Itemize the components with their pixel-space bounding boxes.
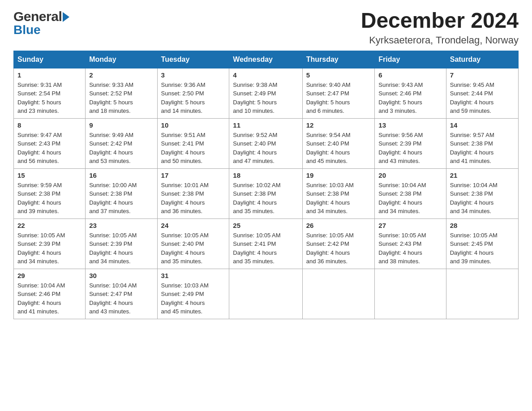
daylight-text2: and 14 minutes. xyxy=(161,107,203,114)
daylight-text2: and 39 minutes. xyxy=(450,258,492,265)
calendar-cell: 26 Sunrise: 10:05 AM Sunset: 2:42 PM Day… xyxy=(302,218,375,269)
sunset-text: Sunset: 2:43 PM xyxy=(17,140,60,147)
sunrise-text: Sunrise: 10:05 AM xyxy=(17,232,65,239)
main-title: December 2024 xyxy=(361,9,519,33)
day-info: Sunrise: 10:05 AM Sunset: 2:45 PM Daylig… xyxy=(450,231,515,266)
day-info: Sunrise: 9:33 AM Sunset: 2:52 PM Dayligh… xyxy=(89,81,153,116)
sunrise-text: Sunrise: 9:57 AM xyxy=(450,132,494,138)
day-info: Sunrise: 10:05 AM Sunset: 2:40 PM Daylig… xyxy=(161,231,226,266)
week-row-4: 22 Sunrise: 10:05 AM Sunset: 2:39 PM Day… xyxy=(14,218,519,269)
sunset-text: Sunset: 2:54 PM xyxy=(17,90,60,97)
day-info: Sunrise: 10:03 AM Sunset: 2:49 PM Daylig… xyxy=(161,281,226,316)
day-info: Sunrise: 9:47 AM Sunset: 2:43 PM Dayligh… xyxy=(17,131,82,166)
daylight-text2: and 36 minutes. xyxy=(161,208,203,214)
day-info: Sunrise: 9:52 AM Sunset: 2:40 PM Dayligh… xyxy=(233,131,298,166)
calendar-cell: 19 Sunrise: 10:03 AM Sunset: 2:38 PM Day… xyxy=(302,168,375,218)
daylight-text: Daylight: 4 hours xyxy=(450,249,494,256)
day-info: Sunrise: 10:04 AM Sunset: 2:38 PM Daylig… xyxy=(378,181,442,216)
sunrise-text: Sunrise: 10:05 AM xyxy=(378,232,426,239)
day-number: 30 xyxy=(89,272,153,279)
sunrise-text: Sunrise: 10:04 AM xyxy=(17,282,65,289)
daylight-text: Daylight: 4 hours xyxy=(17,300,61,306)
calendar-cell: 13 Sunrise: 9:56 AM Sunset: 2:39 PM Dayl… xyxy=(375,118,446,168)
sunrise-text: Sunrise: 9:54 AM xyxy=(306,132,351,138)
sunset-text: Sunset: 2:42 PM xyxy=(306,240,349,247)
daylight-text: Daylight: 4 hours xyxy=(17,149,61,156)
calendar-cell xyxy=(375,269,446,319)
daylight-text: Daylight: 5 hours xyxy=(89,99,133,106)
sunset-text: Sunset: 2:50 PM xyxy=(161,90,204,97)
daylight-text2: and 35 minutes. xyxy=(233,208,275,214)
sunset-text: Sunset: 2:43 PM xyxy=(378,240,421,247)
sunset-text: Sunset: 2:38 PM xyxy=(306,190,349,197)
col-friday: Friday xyxy=(375,51,446,68)
sunset-text: Sunset: 2:40 PM xyxy=(306,140,349,147)
sunrise-text: Sunrise: 10:01 AM xyxy=(161,182,209,188)
page-header: General Blue December 2024 Kyrksaeterora… xyxy=(13,9,519,46)
day-info: Sunrise: 10:05 AM Sunset: 2:43 PM Daylig… xyxy=(378,231,442,266)
day-info: Sunrise: 9:31 AM Sunset: 2:54 PM Dayligh… xyxy=(17,81,82,116)
day-info: Sunrise: 10:02 AM Sunset: 2:38 PM Daylig… xyxy=(233,181,298,216)
daylight-text: Daylight: 4 hours xyxy=(233,149,277,156)
col-saturday: Saturday xyxy=(446,51,518,68)
calendar-cell: 10 Sunrise: 9:51 AM Sunset: 2:41 PM Dayl… xyxy=(157,118,229,168)
col-sunday: Sunday xyxy=(14,51,86,68)
logo: General Blue xyxy=(13,9,69,37)
sunset-text: Sunset: 2:47 PM xyxy=(306,90,349,97)
sunset-text: Sunset: 2:40 PM xyxy=(233,140,276,147)
calendar-cell: 18 Sunrise: 10:02 AM Sunset: 2:38 PM Day… xyxy=(229,168,302,218)
calendar-cell: 15 Sunrise: 9:59 AM Sunset: 2:38 PM Dayl… xyxy=(14,168,86,218)
col-wednesday: Wednesday xyxy=(229,51,302,68)
calendar-cell: 12 Sunrise: 9:54 AM Sunset: 2:40 PM Dayl… xyxy=(302,118,375,168)
calendar-cell: 31 Sunrise: 10:03 AM Sunset: 2:49 PM Day… xyxy=(157,269,229,319)
day-info: Sunrise: 10:05 AM Sunset: 2:39 PM Daylig… xyxy=(89,231,153,266)
daylight-text2: and 18 minutes. xyxy=(89,107,131,114)
sunset-text: Sunset: 2:38 PM xyxy=(89,190,132,197)
day-number: 31 xyxy=(161,272,226,279)
sunset-text: Sunset: 2:45 PM xyxy=(450,240,493,247)
title-block: December 2024 Kyrksaeterora, Trondelag, … xyxy=(361,9,519,46)
daylight-text2: and 43 minutes. xyxy=(89,308,131,315)
sunset-text: Sunset: 2:49 PM xyxy=(233,90,276,97)
day-number: 23 xyxy=(89,222,153,229)
day-number: 29 xyxy=(17,272,82,279)
sunrise-text: Sunrise: 9:56 AM xyxy=(378,132,423,138)
daylight-text2: and 34 minutes. xyxy=(450,208,492,214)
day-info: Sunrise: 9:51 AM Sunset: 2:41 PM Dayligh… xyxy=(161,131,226,166)
day-number: 14 xyxy=(450,121,515,129)
sunset-text: Sunset: 2:49 PM xyxy=(161,291,204,297)
calendar-cell: 28 Sunrise: 10:05 AM Sunset: 2:45 PM Day… xyxy=(446,218,518,269)
sunset-text: Sunset: 2:41 PM xyxy=(161,140,204,147)
day-number: 13 xyxy=(378,121,442,129)
calendar-body: 1 Sunrise: 9:31 AM Sunset: 2:54 PM Dayli… xyxy=(14,68,519,319)
day-number: 11 xyxy=(233,121,298,129)
daylight-text: Daylight: 4 hours xyxy=(378,199,422,206)
logo-arrow-icon xyxy=(63,12,69,22)
daylight-text2: and 45 minutes. xyxy=(161,308,203,315)
daylight-text2: and 43 minutes. xyxy=(378,158,420,164)
logo-blue-text: Blue xyxy=(13,23,69,37)
daylight-text2: and 47 minutes. xyxy=(233,158,275,164)
day-number: 22 xyxy=(17,222,82,229)
calendar-cell: 30 Sunrise: 10:04 AM Sunset: 2:47 PM Day… xyxy=(86,269,157,319)
daylight-text: Daylight: 5 hours xyxy=(17,99,61,106)
sunrise-text: Sunrise: 9:40 AM xyxy=(306,81,351,88)
day-number: 20 xyxy=(378,171,442,179)
calendar-cell: 25 Sunrise: 10:05 AM Sunset: 2:41 PM Day… xyxy=(229,218,302,269)
daylight-text: Daylight: 4 hours xyxy=(161,149,205,156)
daylight-text: Daylight: 4 hours xyxy=(89,149,133,156)
week-row-2: 8 Sunrise: 9:47 AM Sunset: 2:43 PM Dayli… xyxy=(14,118,519,168)
day-number: 26 xyxy=(306,222,371,229)
day-info: Sunrise: 10:04 AM Sunset: 2:46 PM Daylig… xyxy=(17,281,82,316)
day-info: Sunrise: 9:45 AM Sunset: 2:44 PM Dayligh… xyxy=(450,81,515,116)
day-number: 15 xyxy=(17,171,82,179)
calendar-cell: 8 Sunrise: 9:47 AM Sunset: 2:43 PM Dayli… xyxy=(14,118,86,168)
sunrise-text: Sunrise: 9:33 AM xyxy=(89,81,133,88)
sunset-text: Sunset: 2:52 PM xyxy=(89,90,132,97)
daylight-text: Daylight: 4 hours xyxy=(378,249,422,256)
day-number: 2 xyxy=(89,71,153,79)
calendar-cell: 21 Sunrise: 10:04 AM Sunset: 2:38 PM Day… xyxy=(446,168,518,218)
calendar-cell: 7 Sunrise: 9:45 AM Sunset: 2:44 PM Dayli… xyxy=(446,68,518,118)
sunrise-text: Sunrise: 10:05 AM xyxy=(161,232,209,239)
sunrise-text: Sunrise: 10:04 AM xyxy=(378,182,426,188)
